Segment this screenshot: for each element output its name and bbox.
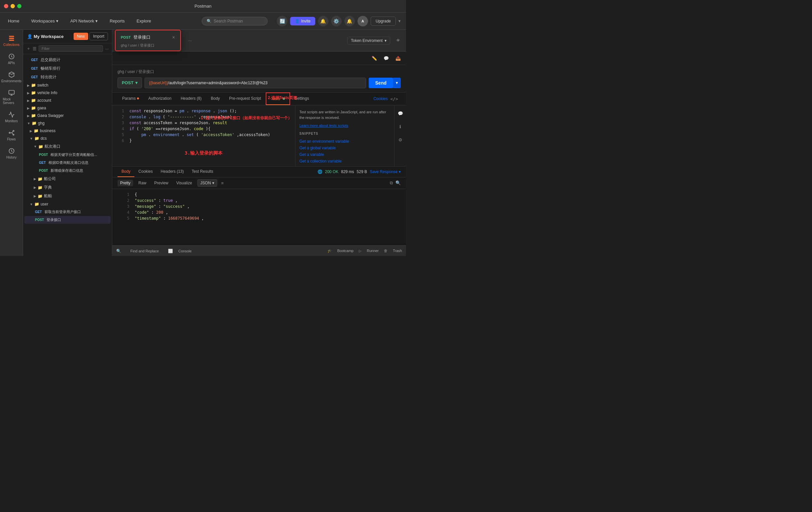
tab-close-icon[interactable]: × [172, 35, 175, 40]
notification-icon-btn[interactable]: 🔔 [318, 16, 328, 26]
filter-icon-resp[interactable]: ≡ [221, 181, 224, 186]
filter-icon[interactable]: ☰ [33, 46, 37, 51]
eye-icon[interactable]: 👁 [393, 35, 403, 46]
tab-headers[interactable]: Headers (8) [176, 93, 206, 105]
cookies-button[interactable]: Cookies [373, 97, 387, 101]
settings-icon-btn[interactable]: ⚙️ [331, 16, 342, 26]
search-resp-icon[interactable]: 🔍 [396, 180, 401, 186]
trash-button[interactable]: Trash [393, 249, 402, 253]
save-response-button[interactable]: Save Response ▾ [370, 169, 401, 174]
comment-icon[interactable]: 💬 [381, 53, 392, 63]
share-icon[interactable]: 📤 [393, 53, 403, 63]
new-button[interactable]: New [74, 33, 88, 40]
tab-params[interactable]: Params [117, 93, 144, 105]
environment-selector[interactable]: Token Enviroment ▾ [347, 37, 390, 45]
bell-icon-btn[interactable]: 🔔 [344, 16, 355, 26]
snippet-set-env[interactable]: Set an environment variable [299, 164, 390, 166]
upgrade-button[interactable]: Upgrade [371, 17, 396, 26]
resp-tab-cookies[interactable]: Cookies [134, 166, 156, 177]
snippets-link[interactable]: Learn more about tests scripts [299, 124, 348, 128]
folder-dcs[interactable]: ▼ 📁 dcs [24, 135, 111, 142]
folder-ship[interactable]: ▶ 📁 船舶 [24, 192, 111, 200]
url-display[interactable]: {{baseUrl}} /auth/login?username=admin&p… [145, 78, 366, 88]
method-select[interactable]: POST ▾ [117, 77, 142, 88]
folder-dictionary[interactable]: ▶ 📁 字典 [24, 183, 111, 192]
folder-vehicle-info[interactable]: ▶ 📁 vehicle Info [24, 89, 111, 97]
bootcamp-button[interactable]: Bootcamp [337, 249, 354, 253]
resp-tab-test-results[interactable]: Test Results [188, 166, 217, 177]
nav-home[interactable]: Home [5, 17, 22, 25]
folder-account[interactable]: ▶ 📁 account [24, 97, 111, 104]
response-code-area[interactable]: 1 { 2 "success" : true , 3 [112, 189, 406, 245]
list-item[interactable]: GET 畅销车排行 [24, 64, 111, 73]
sidebar-item-history[interactable]: History [2, 145, 22, 162]
runner-button[interactable]: Runner [367, 249, 379, 253]
tab-settings[interactable]: Settings [290, 93, 314, 105]
list-item[interactable]: GET 根据ID查询航次港口信息 [24, 159, 111, 166]
sidebar-item-flows[interactable]: Flows [2, 127, 22, 144]
gear-right-icon[interactable]: ⚙ [395, 134, 406, 145]
list-item[interactable]: POST 根据关键字分页查询船舶信... [24, 151, 111, 159]
edit-icon[interactable]: ✏️ [369, 53, 380, 63]
invite-button[interactable]: 👤 Invite [290, 17, 315, 25]
tab-more-icon[interactable]: ··· [184, 37, 196, 44]
tab-authorization[interactable]: Authorization [144, 93, 176, 105]
resp-tab-body[interactable]: Body [117, 166, 134, 177]
tab-popup-item[interactable]: POST 登录接口 × [117, 32, 178, 42]
minimize-light[interactable] [10, 4, 15, 8]
list-item[interactable]: GET 总交易统计 [24, 56, 111, 64]
format-raw-button[interactable]: Raw [136, 180, 149, 186]
sidebar-item-monitors[interactable]: Monitors [2, 109, 22, 126]
snippet-get-global[interactable]: Get a global variable [299, 145, 390, 151]
avatar[interactable]: A [357, 16, 368, 26]
maximize-light[interactable] [17, 4, 22, 8]
format-pretty-button[interactable]: Pretty [117, 180, 133, 186]
folder-gaea-swagger[interactable]: ▶ 📁 Gaea Swagger [24, 112, 111, 119]
sidebar-item-mock-servers[interactable]: Mock Servers [2, 87, 22, 107]
copy-icon[interactable]: ⧉ [390, 180, 393, 186]
snippet-get-var[interactable]: Get a variable [299, 151, 390, 158]
nav-api-network[interactable]: API Network ▾ [68, 17, 100, 25]
send-button[interactable]: Send [369, 78, 393, 88]
folder-gaea[interactable]: ▶ 📁 gaea [24, 104, 111, 112]
sidebar-item-environments[interactable]: Environments [2, 69, 22, 85]
folder-user[interactable]: ▼ 📁 user [24, 200, 111, 208]
console-button[interactable]: Console [178, 249, 192, 253]
code-editor[interactable]: 1 const responseJson = pm . response . j… [112, 105, 295, 166]
import-button[interactable]: Import [89, 32, 108, 40]
folder-business[interactable]: ▶ 📁 business [24, 127, 111, 134]
list-item[interactable]: GET 转出统计 [24, 73, 111, 81]
sync-icon-btn[interactable]: 🔄 [277, 16, 288, 26]
filter-input[interactable] [39, 45, 103, 52]
nav-explore[interactable]: Explore [134, 17, 154, 25]
tab-body[interactable]: Body [206, 93, 225, 105]
comment-right-icon[interactable]: 💬 [395, 108, 406, 118]
info-right-icon[interactable]: ℹ [395, 121, 406, 132]
resp-tab-headers[interactable]: Headers (13) [157, 166, 188, 177]
format-preview-button[interactable]: Preview [151, 180, 171, 186]
json-format-select[interactable]: JSON ▾ [197, 179, 217, 187]
folder-ship-company[interactable]: ▶ 📁 船公司 [24, 175, 111, 183]
add-collection-icon[interactable]: ＋ [26, 46, 31, 52]
close-light[interactable] [4, 4, 8, 8]
snippet-get-env[interactable]: Get an environment variable [299, 138, 390, 145]
folder-hangci[interactable]: ▼ 📁 航次港口 [24, 142, 111, 151]
list-item-get-user[interactable]: GET 获取当前登录用户接口 [24, 208, 111, 216]
tab-pre-request[interactable]: Pre-request Script [225, 93, 266, 105]
sidebar-item-collections[interactable]: Collections [2, 32, 22, 49]
snippet-get-collection[interactable]: Get a collection variable [299, 158, 390, 164]
nav-reports[interactable]: Reports [107, 17, 127, 25]
nav-workspaces[interactable]: Workspaces ▾ [29, 17, 61, 25]
find-replace-button[interactable]: Find and Replace [126, 246, 163, 256]
list-item[interactable]: POST 新增或保存港口信息 [24, 167, 111, 174]
search-bar[interactable]: 🔍 Search Postman [202, 17, 268, 25]
list-item-login[interactable]: POST 登录接口 [24, 216, 111, 224]
sidebar-item-apis[interactable]: APIs [2, 51, 22, 68]
folder-switch[interactable]: ▶ 📁 switch [24, 82, 111, 89]
folder-ghg[interactable]: ▼ 📁 ghg [24, 119, 111, 127]
format-visualize-button[interactable]: Visualize [174, 180, 195, 186]
more-options-icon[interactable]: ··· [105, 46, 109, 51]
upgrade-dropdown-icon[interactable]: ▾ [398, 19, 401, 23]
tab-tests[interactable]: Tests [266, 92, 290, 105]
code-view-icon[interactable]: </> [388, 97, 401, 101]
